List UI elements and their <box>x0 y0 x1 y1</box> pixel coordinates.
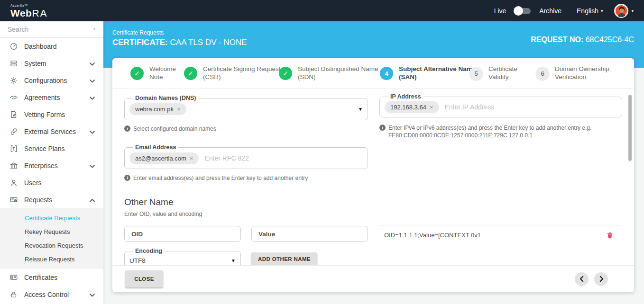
domain-names-label: Domain Names (DNS) <box>133 95 199 101</box>
chevron-down-icon <box>90 291 95 298</box>
sidebar-search <box>0 21 103 38</box>
email-address-field[interactable]: Email Address as2@ascertia.com × <box>124 144 368 169</box>
sidebar-item-enterprises[interactable]: Enterprises <box>0 157 103 174</box>
search-input[interactable] <box>8 26 93 33</box>
ip-chip: 192.168.3.64 × <box>385 101 439 113</box>
sidebar-item-revocation-requests[interactable]: Revocation Requests <box>0 239 103 252</box>
service-plans-icon <box>9 144 18 153</box>
domain-names-field[interactable]: Domain Names (DNS) webra.com.pk × ▼ <box>124 95 368 120</box>
live-label: Live <box>494 7 506 15</box>
ip-address-label: IP Address <box>388 93 423 100</box>
request-number: REQUEST NO: 68C425C6-4C <box>531 36 634 44</box>
link-icon <box>9 127 18 136</box>
sidebar-item-reissue-requests[interactable]: Reissue Requests <box>0 252 103 266</box>
chevron-down-icon <box>90 94 95 101</box>
chevron-down-icon <box>90 128 95 135</box>
lock-icon <box>9 290 18 299</box>
brand-webra-label: WebRA <box>10 8 48 18</box>
dropdown-arrow-icon[interactable]: ▼ <box>231 258 236 263</box>
next-step-button[interactable] <box>594 272 608 286</box>
avatar[interactable] <box>614 4 628 18</box>
brand-ascertia-label: Ascertia™ <box>10 4 48 7</box>
dropdown-arrow-icon[interactable]: ▼ <box>358 107 363 112</box>
vertical-scrollbar[interactable] <box>628 95 632 161</box>
search-icon[interactable] <box>93 26 96 33</box>
sidebar-item-external-services[interactable]: External Services <box>0 123 103 140</box>
ip-address-help: i Enter IPv4 or IPv6 address(es) and pre… <box>379 124 619 139</box>
sidebar-item-vetting-forms[interactable]: Vetting Forms <box>0 106 103 123</box>
chevron-down-icon <box>90 77 95 84</box>
card-footer: CLOSE <box>112 265 634 292</box>
step-number: 4 <box>380 67 393 80</box>
form-scroll-area: Domain Names (DNS) webra.com.pk × ▼ i Se… <box>112 89 634 265</box>
info-icon: i <box>379 125 386 131</box>
wizard-stepper: ✓ Welcome Note ✓ Certificate Signing Req… <box>112 58 634 89</box>
step-sdn[interactable]: ✓ Subject Distinguished Name (SDN) <box>279 65 382 81</box>
previous-step-button[interactable] <box>575 272 589 286</box>
step-san[interactable]: 4 Subject Alternative Name (SAN) <box>380 65 477 81</box>
email-address-label: Email Address <box>133 144 178 151</box>
chevron-right-icon <box>599 276 604 282</box>
step-check-icon: ✓ <box>184 67 197 80</box>
bank-icon <box>9 161 18 170</box>
step-check-icon: ✓ <box>279 67 292 80</box>
domain-chip: webra.com.pk × <box>129 103 186 115</box>
encoding-value: UTF8 <box>129 257 146 264</box>
sidebar-item-rekey-requests[interactable]: Rekey Requests <box>0 225 103 239</box>
chip-remove-icon[interactable]: × <box>430 104 433 110</box>
step-number: 5 <box>469 67 483 80</box>
close-button[interactable]: CLOSE <box>125 270 163 287</box>
step-domain-ownership[interactable]: 6 Domain Ownership Verification <box>536 65 619 81</box>
breadcrumb: Certificate Requests <box>112 29 247 36</box>
encoding-field[interactable]: Encoding UTF8 ▼ <box>124 248 241 265</box>
handshake-icon <box>9 93 18 102</box>
info-icon: i <box>124 175 130 181</box>
sidebar-item-certificates[interactable]: Certificates <box>0 269 103 286</box>
chevron-left-icon <box>580 276 584 282</box>
sidebar-item-service-plans[interactable]: Service Plans <box>0 140 103 157</box>
step-check-icon: ✓ <box>130 67 144 80</box>
oid-input[interactable]: OID <box>124 226 241 242</box>
step-csr[interactable]: ✓ Certificate Signing Request (CSR) <box>184 65 283 81</box>
sidebar-item-users[interactable]: Users <box>0 174 103 191</box>
chip-remove-icon[interactable]: × <box>177 106 181 112</box>
avatar-face <box>619 9 624 13</box>
ip-address-field[interactable]: IP Address 192.168.3.64 × <box>379 93 622 117</box>
sidebar: Dashboard System Configurations Agreemen… <box>0 21 103 304</box>
sidebar-item-requests[interactable]: Requests <box>0 191 103 208</box>
step-welcome-note[interactable]: ✓ Welcome Note <box>130 65 181 81</box>
other-name-row: OID=1.1.1.1;Value=[CONTEXT 0v1 <box>379 225 622 245</box>
chip-remove-icon[interactable]: × <box>190 155 193 161</box>
chevron-down-icon: ▾ <box>601 9 603 13</box>
email-address-help: i Enter email address(es) and press the … <box>124 174 352 182</box>
other-name-heading: Other Name <box>124 197 173 207</box>
encoding-label: Encoding <box>133 248 165 254</box>
requests-icon <box>9 196 18 204</box>
dashboard-icon <box>9 42 18 51</box>
value-input[interactable]: Value <box>251 226 368 242</box>
language-selector[interactable]: English ▾ <box>577 7 603 15</box>
toggle-knob[interactable] <box>514 6 523 16</box>
email-address-input[interactable] <box>204 154 363 162</box>
language-label: English <box>577 7 598 15</box>
delete-icon[interactable] <box>606 231 614 240</box>
add-other-name-button[interactable]: ADD OTHER NAME <box>251 252 317 265</box>
vetting-form-icon <box>9 110 18 119</box>
user-icon <box>9 179 18 187</box>
info-icon: i <box>124 125 130 132</box>
app-logo: Ascertia™ WebRA <box>0 4 48 18</box>
certificate-icon <box>9 273 18 282</box>
ip-address-input[interactable] <box>445 103 617 111</box>
step-certificate-validity[interactable]: 5 Certificate Validity <box>469 65 527 81</box>
live-archive-toggle[interactable] <box>514 6 532 16</box>
sidebar-item-system[interactable]: System <box>0 55 103 72</box>
sidebar-item-dashboard[interactable]: Dashboard <box>0 38 103 55</box>
sidebar-item-agreements[interactable]: Agreements <box>0 89 103 106</box>
other-name-row-value: OID=1.1.1.1;Value=[CONTEXT 0v1 <box>384 232 606 239</box>
page-title: CERTIFICATE: CAA TLS DV - NONE <box>112 38 247 47</box>
sidebar-item-certificate-requests[interactable]: Certificate Requests <box>0 211 103 225</box>
sidebar-item-access-control[interactable]: Access Control <box>0 286 103 303</box>
wizard-card: ✓ Welcome Note ✓ Certificate Signing Req… <box>112 58 634 292</box>
user-menu[interactable]: ▾ <box>614 4 634 18</box>
sidebar-item-configurations[interactable]: Configurations <box>0 72 103 89</box>
